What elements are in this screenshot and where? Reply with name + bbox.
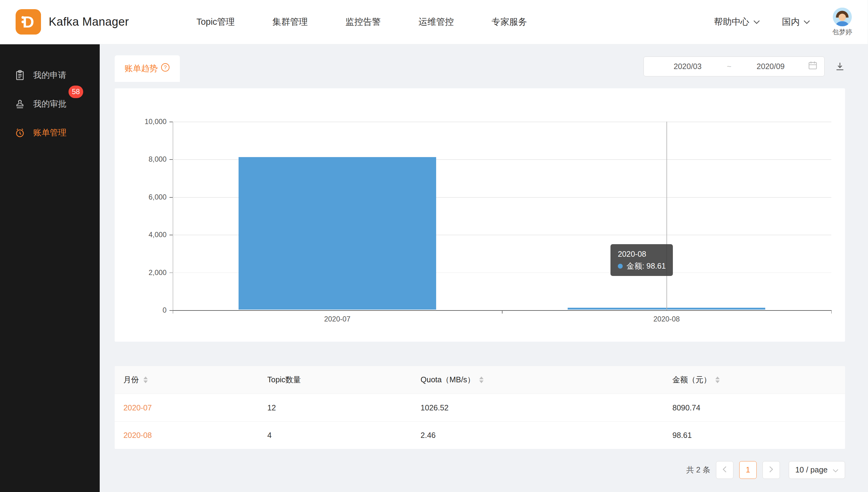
user-name: 包梦婷 [832,27,852,36]
x-axis-tick [173,310,173,314]
gridline [173,122,831,122]
topics-cell: 12 [258,403,412,412]
main-nav: Topic管理 集群管理 监控告警 运维管控 专家服务 [196,16,527,28]
month-link[interactable]: 2020-08 [123,431,152,440]
toolbar-row: 账单趋势 ? 2020/03 ~ 2020/09 [115,55,845,82]
chart-bar-2020-07[interactable] [239,157,436,310]
region-label: 国内 [782,16,800,28]
help-center-menu[interactable]: 帮助中心 [714,16,760,28]
download-icon[interactable] [835,61,845,72]
page-number-button[interactable]: 1 [739,461,757,479]
app-window: D Kafka Manager Topic管理 集群管理 监控告警 运维管控 专… [0,0,868,492]
stamp-icon [15,98,25,109]
sidebar-item-bill-management[interactable]: 账单管理 [0,118,100,147]
x-tick-label: 2020-08 [653,315,680,323]
column-header-topics: Topic数量 [258,375,412,385]
app-title: Kafka Manager [49,15,129,28]
nav-item-cluster[interactable]: 集群管理 [273,16,308,28]
table-row: 2020-08 4 2.46 98.61 [115,421,845,449]
header-right: 帮助中心 国内 包梦婷 [714,8,852,36]
tooltip-crosshair-line [666,122,667,310]
column-header-amount[interactable]: 金额（元） [663,375,845,385]
sort-caret-icon[interactable] [143,376,148,383]
date-range-picker[interactable]: 2020/03 ~ 2020/09 [643,56,825,76]
pagination: 共 2 条 1 10 / page [115,461,845,479]
nav-item-expert[interactable]: 专家服务 [492,16,527,28]
table-header-row: 月份 Topic数量 Quota（MB/s） 金额（元） [115,366,845,394]
chart-tooltip: 2020-08 金额: 98.61 [610,244,673,276]
column-header-quota[interactable]: Quota（MB/s） [412,375,663,385]
sort-caret-icon[interactable] [715,376,720,383]
sidebar-item-my-applications[interactable]: 我的申请 [0,61,100,90]
x-axis-tick [831,310,832,314]
quota-cell: 2.46 [412,431,663,440]
date-start-value[interactable]: 2020/03 [651,62,725,71]
bar-chart[interactable]: 10,000 8,000 6,000 4,000 2,000 0 2020-07… [173,122,831,310]
next-page-button[interactable] [763,461,780,479]
page-size-select[interactable]: 10 / page [789,461,845,479]
chevron-right-icon [769,465,773,474]
right-tools: 2020/03 ~ 2020/09 [643,56,845,76]
clipboard-icon [15,70,25,81]
y-tick-label: 8,000 [149,155,167,164]
top-header: D Kafka Manager Topic管理 集群管理 监控告警 运维管控 专… [0,0,868,44]
sidebar-item-label: 我的申请 [33,70,67,81]
sidebar-item-label: 我的审批 [33,98,67,109]
chevron-left-icon [722,465,727,474]
approvals-count-badge: 58 [68,85,84,99]
nav-item-monitor[interactable]: 监控告警 [346,16,381,28]
tab-label: 账单趋势 [124,63,158,74]
chart-card: 10,000 8,000 6,000 4,000 2,000 0 2020-07… [115,88,845,342]
chevron-down-icon [803,20,810,24]
svg-text:?: ? [164,65,167,71]
app-logo-icon[interactable]: D [16,9,41,34]
y-axis-line [173,122,173,310]
column-header-month[interactable]: 月份 [115,375,258,385]
question-circle-icon[interactable]: ? [161,63,170,74]
chevron-down-icon [753,20,760,24]
svg-text:D: D [22,13,34,31]
sort-caret-icon[interactable] [479,376,484,383]
amount-cell: 8090.74 [663,403,845,412]
month-link[interactable]: 2020-07 [123,403,152,412]
nav-item-topic[interactable]: Topic管理 [196,16,235,28]
alarm-clock-icon [15,127,25,138]
table-row: 2020-07 12 1026.52 8090.74 [115,394,845,421]
prev-page-button[interactable] [716,461,734,479]
page-size-value: 10 / page [795,465,828,474]
series-dot-icon [618,264,623,269]
nav-item-ops[interactable]: 运维管控 [418,16,454,28]
region-menu[interactable]: 国内 [782,16,810,28]
y-tick-label: 4,000 [149,231,167,239]
bill-table: 月份 Topic数量 Quota（MB/s） 金额（元） [115,366,845,449]
sidebar-item-my-approvals[interactable]: 我的审批 58 [0,90,100,118]
date-end-value[interactable]: 2020/09 [734,62,808,71]
sidebar: 我的申请 我的审批 58 账单管理 [0,44,100,492]
user-menu[interactable]: 包梦婷 [832,8,852,36]
main-content: 账单趋势 ? 2020/03 ~ 2020/09 [100,44,868,492]
x-axis-tick [502,310,502,314]
chevron-down-icon [832,465,839,474]
y-tick-label: 10,000 [145,118,167,126]
tab-bill-trend[interactable]: 账单趋势 ? [115,55,180,82]
y-tick-label: 0 [163,306,167,315]
amount-cell: 98.61 [663,431,845,440]
avatar [833,8,852,27]
y-tick-label: 2,000 [149,268,167,276]
quota-cell: 1026.52 [412,403,663,412]
topics-cell: 4 [258,431,412,440]
x-tick-label: 2020-07 [324,315,351,323]
calendar-icon [808,60,818,72]
help-center-label: 帮助中心 [714,16,749,28]
date-range-separator: ~ [725,62,733,71]
y-tick-label: 6,000 [149,193,167,201]
sidebar-item-label: 账单管理 [33,127,67,138]
tooltip-title: 2020-08 [618,248,666,260]
tooltip-value-line: 金额: 98.61 [618,260,666,272]
total-count-text: 共 2 条 [686,465,710,475]
